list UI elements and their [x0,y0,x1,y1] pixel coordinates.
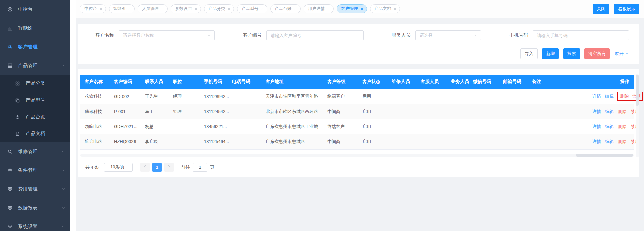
filter-field-customer-name: 客户名称请选择客户名称 [91,30,215,40]
sidebar-subitem-product-ledger[interactable]: 产品台账 [0,109,70,125]
close-icon[interactable] [161,7,164,11]
cell-10 [418,104,448,119]
delete-link[interactable]: 删除 [620,93,629,99]
sidebar-item-product-mgmt[interactable]: 产品管理 [0,56,70,75]
page-size-select[interactable]: 10条/页 [104,163,133,172]
page-size-value: 10条/页 [110,164,124,170]
vertical-scrollbar[interactable] [636,74,639,157]
tab-label: 参数设置 [175,6,192,12]
sidebar-item-smart-bi[interactable]: 智能BI [0,19,70,38]
clear-all-button[interactable]: 清空所有 [584,48,610,59]
sidebar: 中控台智能BI客户管理产品管理产品分类产品型号产品台账产品文档维修管理备件管理费… [0,0,70,231]
close-icon[interactable] [360,7,364,11]
close-icon[interactable] [128,7,131,11]
field-label: 客户名称 [91,32,114,38]
tab-product-ledger[interactable]: 产品台账 [270,4,301,13]
customer-name-select[interactable]: 请选择客户名称 [119,30,215,40]
cell-6: 广东省惠州市惠城区工业城 [263,119,325,134]
prev-page-button[interactable] [140,163,150,172]
column-header-8: 客户状态 [360,75,389,89]
sidebar-item-spare-parts-mgmt[interactable]: 备件管理 [0,161,70,180]
table-body: 花篮科技GD-002王先生经理131128942...天津市市辖区和平区青年路终… [80,89,634,149]
close-button[interactable]: 关闭 [593,4,609,14]
tab-product-docs[interactable]: 产品文档 [370,4,400,13]
sidebar-subitem-product-model[interactable]: 产品型号 [0,92,70,109]
detail-link[interactable]: 详情 [592,139,601,144]
vertical-scrollbar-thumb[interactable] [636,75,639,106]
expand-toggle[interactable]: 展开 [615,51,629,57]
cell-11 [448,89,470,104]
row-actions: 详情编辑删除禁用 [586,134,634,149]
column-header-5: 电话号码 [229,75,263,89]
column-header-13: 邮箱号码 [500,75,529,89]
tab-param-settings[interactable]: 参数设置 [171,4,201,13]
edit-link[interactable]: 编辑 [605,94,614,99]
table-row: 腾讯科技P-001马工经理131124542...北京市市辖区东城区西环路中间商… [80,104,634,119]
sidebar-item-customer-mgmt[interactable]: 客户管理 [0,38,70,56]
tab-user-detail[interactable]: 用户详情 [304,4,334,13]
cell-8: 启用 [360,89,389,104]
dashboard-icon [7,7,13,12]
detail-link[interactable]: 详情 [592,94,601,99]
chevron-right-icon [167,165,171,170]
close-icon[interactable] [99,7,103,11]
search-button[interactable]: 搜索 [563,48,580,59]
select-placeholder: 请选择客户名称 [123,32,207,38]
delete-link[interactable]: 删除 [618,124,627,129]
tab-product-category[interactable]: 产品分类 [204,4,234,13]
close-icon[interactable] [294,7,297,11]
tab-dashboard[interactable]: 中控台 [80,4,106,13]
sidebar-item-label: 产品管理 [18,63,38,69]
add-button[interactable]: 新增 [542,48,559,59]
page-number-button[interactable]: 1 [152,163,162,172]
cell-0: 航启电路 [80,134,111,149]
job-person-select[interactable]: 请选择 [415,30,481,40]
sidebar-item-data-report[interactable]: 数据报表 [0,198,70,217]
phone-input[interactable] [533,30,629,40]
sidebar-scrollbar-gutter[interactable] [70,0,76,231]
close-icon[interactable] [261,7,264,11]
cell-0: 腾讯科技 [80,104,111,119]
tab-product-model[interactable]: 产品型号 [237,4,267,13]
close-icon[interactable] [227,7,231,11]
delete-link[interactable]: 删除 [618,109,627,114]
edit-link[interactable]: 编辑 [605,109,614,114]
sidebar-item-repair-mgmt[interactable]: 维修管理 [0,142,70,161]
goto-page-input[interactable] [193,163,207,172]
horizontal-scrollbar-thumb[interactable] [576,154,633,157]
column-header-4: 手机号码 [201,75,229,89]
detail-link[interactable]: 详情 [592,109,601,114]
sidebar-item-system-settings[interactable]: 系统设置 [0,217,70,231]
tab-customer-mgmt[interactable]: 客户管理 [337,4,367,13]
close-icon[interactable] [327,7,330,11]
next-page-button[interactable] [164,163,174,172]
detail-link[interactable]: 详情 [592,124,601,129]
import-button[interactable]: 导入 [520,48,538,59]
sidebar-subitem-product-category[interactable]: 产品分类 [0,75,70,92]
tab-label: 客户管理 [341,6,358,12]
chevron-down-icon [61,150,65,154]
delete-link[interactable]: 删除 [618,139,627,144]
close-icon[interactable] [194,7,198,11]
cell-10 [418,119,448,134]
edit-link[interactable]: 编辑 [605,139,614,144]
column-header-2: 联系人员 [142,75,170,89]
sidebar-subitem-product-docs[interactable]: 产品文档 [0,125,70,142]
tab-smart-bi[interactable]: 智能BI [109,4,135,13]
horizontal-scrollbar[interactable] [80,154,634,157]
cell-11 [448,134,470,149]
cell-4: 13456221... [201,119,229,134]
cell-8: 启用 [360,104,389,119]
sidebar-item-expense-mgmt[interactable]: 费用管理 [0,180,70,198]
sidebar-item-label: 备件管理 [18,167,38,173]
expense-icon [7,186,13,192]
tab-personnel-mgmt[interactable]: 人员管理 [138,4,168,13]
close-icon[interactable] [393,7,397,11]
customer-no-input[interactable] [266,30,364,40]
cell-6: 北京市市辖区东城区西环路 [263,104,325,119]
chevron-down-icon [61,168,65,172]
sidebar-subitem-label: 产品型号 [26,97,45,103]
board-display-button[interactable]: 看板展示 [614,4,639,14]
sidebar-item-dashboard[interactable]: 中控台 [0,0,70,19]
edit-link[interactable]: 编辑 [605,124,614,129]
